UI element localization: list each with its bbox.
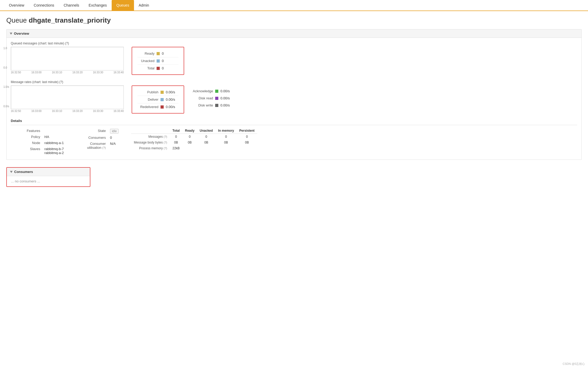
rates-chart-label: Message rates (chart: last minute) (?) [11,80,577,84]
rates-chart-row: 1.0/s 0.0/s 16:32:50 16:33:00 16:33:10 1… [11,85,577,114]
stats-ready-row: Ready 0 [137,50,178,57]
rates-diskwrite-row: Disk write 0.00/s [192,102,230,109]
nav-queues[interactable]: Queues [112,0,134,11]
details-consumer-util-row: Consumer utilisation (?) N/A [76,141,121,151]
details-left-table: Features Policy HA Node rabbitmq-a-1 [11,128,66,156]
queued-chart-wrap: 1.0 0.0 16:32:50 16:33:00 16:33:10 16:33… [11,47,124,74]
details-state-row: State idle [76,128,121,135]
collapse-icon[interactable] [10,33,12,35]
overview-label: Overview [14,32,29,35]
overview-section-header: Overview [7,29,581,38]
top-nav: Overview Connections Channels Exchanges … [0,0,588,11]
summary-process-mem-row: Process memory (?) 22kB [131,145,257,151]
nav-admin[interactable]: Admin [134,0,154,11]
consumers-label: Consumers [14,170,33,174]
queued-chart-row: 1.0 0.0 16:32:50 16:33:00 16:33:10 16:33… [11,47,577,75]
no-consumers-text: ... no consumers ... [11,179,40,183]
queued-chart-svg [11,47,124,70]
consumers-collapse-icon[interactable] [10,171,13,173]
details-section: Details Features Policy [11,119,577,156]
page-body: Queue dhgate_translate_priority Overview… [0,11,588,192]
details-left: Features Policy HA Node rabbitmq-a-1 [11,128,66,156]
rates-chart-svg [11,85,124,109]
svg-rect-0 [11,47,124,70]
overview-section: Overview Queued messages (chart: last mi… [6,29,582,160]
consumers-body: ... no consumers ... [7,176,90,186]
details-label: Details [11,119,577,123]
stats-unacked-row: Unacked 0 [137,57,178,65]
rates-diskread-row: Disk read 0.00/s [192,95,230,102]
nav-connections[interactable]: Connections [29,0,59,11]
stats-total-row: Total 0 [137,65,178,72]
ready-color [157,52,160,55]
rates-redelivered-row: Redelivered 0.00/s [137,103,178,110]
rates-right: Acknowledge 0.00/s Disk read 0.00/s Disk… [192,85,230,109]
publish-color [161,91,164,94]
page-title: Queue dhgate_translate_priority [6,16,582,24]
details-right: Total Ready Unacked In memory Persistent [131,128,577,156]
details-policy-row: Policy HA [11,134,66,140]
summary-header-row: Total Ready Unacked In memory Persistent [131,128,257,134]
details-grid: Features Policy HA Node rabbitmq-a-1 [11,128,577,156]
state-badge: idle [110,129,119,134]
queued-chart-label: Queued messages (chart: last minute) (?) [11,42,577,45]
deliver-color [161,98,164,101]
queued-x-labels: 16:32:50 16:33:00 16:33:10 16:33:20 16:3… [11,71,124,74]
rates-ack-row: Acknowledge 0.00/s [192,88,230,95]
details-features-row: Features [11,128,66,134]
rates-left-box: Publish 0.00/s Deliver 0.00/s Redelivere… [132,85,184,114]
details-middle-table: State idle Consumers 0 [76,128,121,151]
rates-y-top: 1.0/s [3,85,9,88]
summary-body-bytes-row: Message body bytes (?) 0B 0B 0B 0B 0B [131,140,257,145]
details-middle: State idle Consumers 0 [76,128,121,156]
queued-messages-block: Queued messages (chart: last minute) (?)… [11,42,577,75]
rates-publish-row: Publish 0.00/s [137,89,178,96]
redelivered-color [161,105,164,109]
diskread-color [215,97,218,100]
rates-chart-wrap: 1.0/s 0.0/s 16:32:50 16:33:00 16:33:10 1… [11,85,124,113]
overview-body: Queued messages (chart: last minute) (?)… [7,38,581,160]
rates-y-bottom: 0.0/s [3,105,9,108]
nav-exchanges[interactable]: Exchanges [84,0,111,11]
details-node-row: Node rabbitmq-a-1 [11,140,66,146]
unacked-color [157,59,160,63]
total-color [157,67,160,70]
nav-channels[interactable]: Channels [59,0,84,11]
summary-table: Total Ready Unacked In memory Persistent [131,128,257,151]
details-slaves-row: Slaves rabbitmq-b-7rabbitmq-a-2 [11,146,66,156]
consumers-section: Consumers ... no consumers ... [6,167,90,187]
message-rates-block: Message rates (chart: last minute) (?) 1… [11,80,577,114]
y-top-label: 1.0 [3,47,7,50]
summary-messages-row: Messages (?) 0 0 0 0 0 [131,134,257,140]
queued-stats-box: Ready 0 Unacked 0 Total 0 [132,47,184,75]
diskwrite-color [215,104,218,107]
svg-rect-1 [11,86,124,109]
nav-overview[interactable]: Overview [4,0,29,11]
rates-outer: Publish 0.00/s Deliver 0.00/s Redelivere… [132,85,230,114]
details-consumers-row: Consumers 0 [76,135,121,141]
rates-x-labels: 16:32:50 16:33:00 16:33:10 16:33:20 16:3… [11,110,124,113]
rates-deliver-row: Deliver 0.00/s [137,96,178,103]
ack-color [215,90,218,93]
y-bottom-label: 0.0 [3,66,7,69]
consumers-header: Consumers [7,168,90,176]
